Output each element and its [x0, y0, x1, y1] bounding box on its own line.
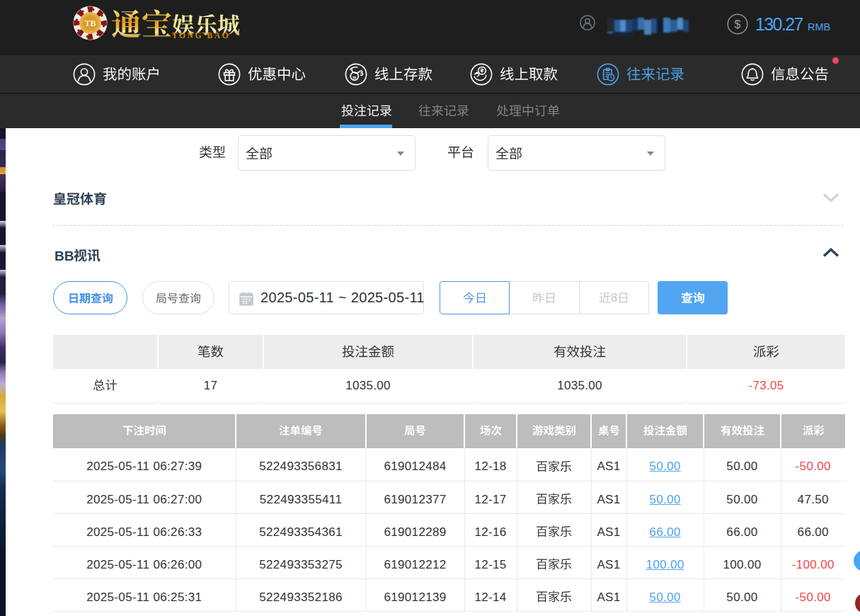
svg-text:TB: TB: [84, 18, 96, 28]
svg-text:$: $: [735, 18, 741, 30]
